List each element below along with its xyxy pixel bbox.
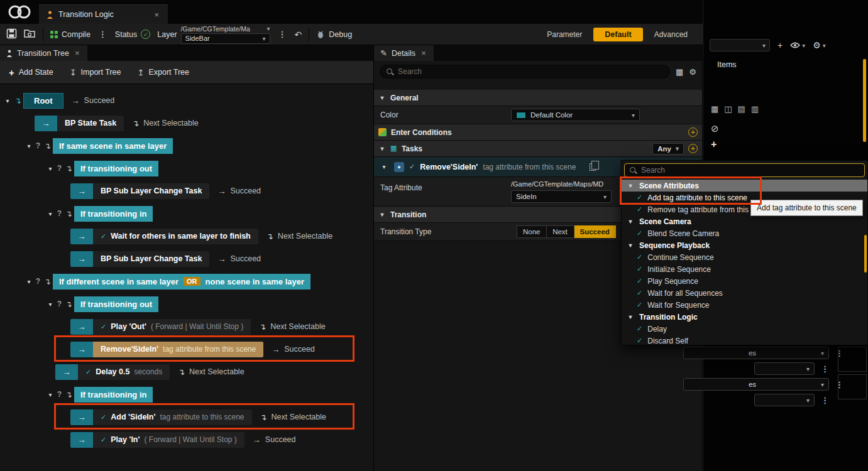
caret-down-icon[interactable]: ▾ bbox=[24, 143, 34, 149]
transition-succeed-button[interactable]: Succeed bbox=[574, 225, 616, 238]
layer-path-dropdown[interactable]: /Game/CGTemplate/Ma ▾ bbox=[181, 25, 270, 33]
blocked-icon[interactable]: ⊘ bbox=[711, 123, 719, 134]
task-chip[interactable]: ✓ Play 'In' ( Forward | Wait Until Stop … bbox=[93, 432, 244, 448]
tree-row-condition[interactable]: ▾ ? ↴ If transitioning in bbox=[0, 383, 373, 406]
import-tree-button[interactable]: ↧ Import Tree bbox=[70, 68, 121, 77]
gear-icon[interactable]: ⚙ bbox=[689, 67, 696, 77]
caret-down-icon[interactable]: ▾ bbox=[625, 242, 635, 249]
popup-search-input[interactable]: Search bbox=[624, 163, 865, 177]
layer-value-dropdown[interactable]: SideBar ▾ bbox=[181, 33, 270, 44]
undo-button[interactable]: ↶ bbox=[295, 30, 302, 40]
panel-icon[interactable]: ◫ bbox=[724, 104, 732, 114]
condition-label[interactable]: If transitioning out bbox=[74, 296, 158, 312]
caret-down-icon[interactable]: ▾ bbox=[378, 145, 386, 152]
caret-down-icon[interactable]: ▾ bbox=[378, 211, 386, 218]
section-general[interactable]: ▾ General bbox=[374, 90, 702, 106]
menu-item-continue-sequence[interactable]: ✓ Continue Sequence bbox=[622, 251, 867, 263]
caret-down-icon[interactable]: ▾ bbox=[45, 210, 55, 217]
compile-options-button[interactable]: ⋮ bbox=[97, 30, 108, 39]
menu-item-wait-for-sequence[interactable]: ✓ Wait for Sequence bbox=[622, 299, 867, 311]
caret-down-icon[interactable]: ▾ bbox=[378, 94, 386, 101]
close-icon[interactable]: × bbox=[420, 48, 427, 58]
slate-icon[interactable]: ▤ bbox=[738, 104, 745, 114]
copy-icon[interactable] bbox=[590, 163, 596, 171]
task-chip[interactable]: BP State Task bbox=[57, 116, 124, 131]
transition-none-button[interactable]: None bbox=[517, 225, 547, 238]
film-icon[interactable]: ▥ bbox=[751, 104, 759, 114]
row-options-button[interactable]: ⋮ bbox=[820, 396, 830, 405]
close-icon[interactable]: × bbox=[74, 48, 81, 58]
menu-item-discard-self[interactable]: ✓ Discard Self bbox=[622, 335, 867, 345]
compile-button[interactable]: Compile bbox=[50, 30, 91, 39]
menu-item-play-sequence[interactable]: ✓ Play Sequence bbox=[622, 275, 867, 287]
popup-scrollbar-thumb[interactable] bbox=[864, 235, 867, 273]
add-condition-button[interactable]: + bbox=[688, 127, 698, 137]
caret-down-icon[interactable]: ▾ bbox=[3, 97, 13, 104]
menu-item-initialize-sequence[interactable]: ✓ Initialize Sequence bbox=[622, 263, 867, 275]
menu-item-blend-scene-camera[interactable]: ✓ Blend Scene Camera bbox=[622, 227, 867, 239]
tab-details[interactable]: ✎ Details × bbox=[374, 45, 434, 61]
save-button[interactable] bbox=[6, 28, 17, 41]
layer-options-button[interactable]: ⋮ bbox=[277, 30, 288, 39]
scrollbar-thumb[interactable] bbox=[863, 59, 866, 142]
menu-item-delay[interactable]: ✓ Delay bbox=[622, 323, 867, 335]
debug-button[interactable]: Debug bbox=[316, 30, 352, 39]
tree-row-task[interactable]: → BP Sub Layer Change Task → Succeed bbox=[0, 180, 373, 202]
task-chip[interactable]: BP Sub Layer Change Task bbox=[93, 183, 209, 199]
bottom-dropdown-small[interactable]: ▾ bbox=[754, 362, 815, 375]
move-icon[interactable]: + bbox=[711, 139, 717, 150]
tree-row-condition[interactable]: ▾ ? ↴ If same scene in same layer bbox=[0, 134, 373, 157]
caret-down-icon[interactable]: ▾ bbox=[625, 313, 635, 320]
tree-row-task[interactable]: → ✓ Play 'Out' ( Forward | Wait Until St… bbox=[0, 315, 373, 338]
task-chip[interactable]: ✓ Wait for others in same layer to finis… bbox=[93, 229, 258, 244]
section-enter-conditions[interactable]: Enter Conditions + bbox=[374, 124, 702, 141]
grid-icon[interactable]: ▦ bbox=[711, 104, 718, 114]
task-chip[interactable]: BP Sub Layer Change Task bbox=[93, 251, 209, 267]
table-view-icon[interactable]: ▦ bbox=[676, 67, 683, 77]
export-tree-button[interactable]: ↥ Export Tree bbox=[138, 68, 190, 77]
add-task-button[interactable]: + bbox=[688, 144, 698, 153]
tree-row-task[interactable]: → ✓ Wait for others in same layer to fin… bbox=[0, 225, 373, 247]
tasks-filter-dropdown[interactable]: Any ▾ bbox=[652, 143, 684, 154]
tree-row-task[interactable]: → ✓ Play 'In' ( Forward | Wait Until Sto… bbox=[0, 428, 373, 451]
details-search-input[interactable]: Search bbox=[380, 65, 670, 78]
bottom-dropdown[interactable]: es ▾ bbox=[683, 378, 829, 391]
caret-down-icon[interactable]: ▾ bbox=[45, 165, 55, 172]
tree-row-condition[interactable]: ▾ ? ↴ If transitioning in bbox=[0, 202, 373, 225]
tree-row-task[interactable]: → ✓ Delay 0.5 seconds ↴ Next Selectable bbox=[0, 360, 373, 383]
caret-down-icon[interactable]: ▾ bbox=[379, 163, 389, 170]
tab-transition-tree[interactable]: Transition Tree × bbox=[0, 45, 87, 61]
tree-row-task[interactable]: → BP Sub Layer Change Task → Succeed bbox=[0, 247, 373, 270]
tag-attribute-dropdown[interactable]: SideIn ▾ bbox=[511, 190, 612, 203]
view-dropdown[interactable]: ▾ bbox=[710, 39, 770, 51]
condition-label[interactable]: If transitioning out bbox=[74, 161, 158, 176]
advanced-button[interactable]: Advanced bbox=[654, 30, 688, 39]
task-chip[interactable]: ✓ Play 'Out' ( Forward | Wait Until Stop… bbox=[93, 319, 251, 335]
caret-down-icon[interactable]: ▾ bbox=[24, 278, 34, 285]
bottom-dropdown[interactable]: es ▾ bbox=[683, 347, 829, 359]
tree-row-root[interactable]: ▾ ↴ Root → Succeed bbox=[0, 89, 373, 112]
condition-label[interactable]: If same scene in same layer bbox=[53, 138, 173, 154]
visibility-button[interactable]: ▾ bbox=[790, 42, 805, 49]
tree-row-condition[interactable]: ▾ ? ↴ If transitioning out bbox=[0, 293, 373, 315]
browse-button[interactable] bbox=[24, 28, 36, 40]
menu-item-wait-for-all-sequences[interactable]: ✓ Wait for all Sequences bbox=[622, 287, 867, 299]
transform-icon[interactable]: + bbox=[777, 40, 783, 50]
category-sequence-playback[interactable]: ▾ Sequence Playback bbox=[622, 239, 867, 251]
tab-transition-logic[interactable]: Transition Logic × bbox=[39, 4, 168, 24]
task-chip[interactable]: ✓ Delay 0.5 seconds bbox=[78, 364, 170, 380]
condition-label[interactable]: If transitioning in bbox=[74, 387, 153, 403]
root-node[interactable]: Root bbox=[23, 93, 63, 109]
condition-label[interactable]: If transitioning in bbox=[74, 206, 153, 222]
default-button[interactable]: Default bbox=[593, 28, 642, 41]
settings-button[interactable]: ⚙ ▾ bbox=[813, 40, 826, 50]
transition-next-button[interactable]: Next bbox=[547, 225, 574, 238]
color-dropdown[interactable]: Default Color ▾ bbox=[511, 109, 640, 121]
section-tasks[interactable]: ▾ ≣ Tasks Any ▾ + bbox=[374, 141, 702, 157]
condition-label[interactable]: If different scene in same layer OR none… bbox=[53, 274, 310, 290]
tree-row-condition[interactable]: ▾ ? ↴ If transitioning out bbox=[0, 157, 373, 180]
category-scene-camera[interactable]: ▾ Scene Camera bbox=[622, 215, 867, 227]
tree-row-condition-or[interactable]: ▾ ? ↴ If different scene in same layer O… bbox=[0, 270, 373, 293]
close-icon[interactable]: × bbox=[153, 10, 160, 19]
category-transition-logic[interactable]: ▾ Transition Logic bbox=[622, 311, 867, 323]
